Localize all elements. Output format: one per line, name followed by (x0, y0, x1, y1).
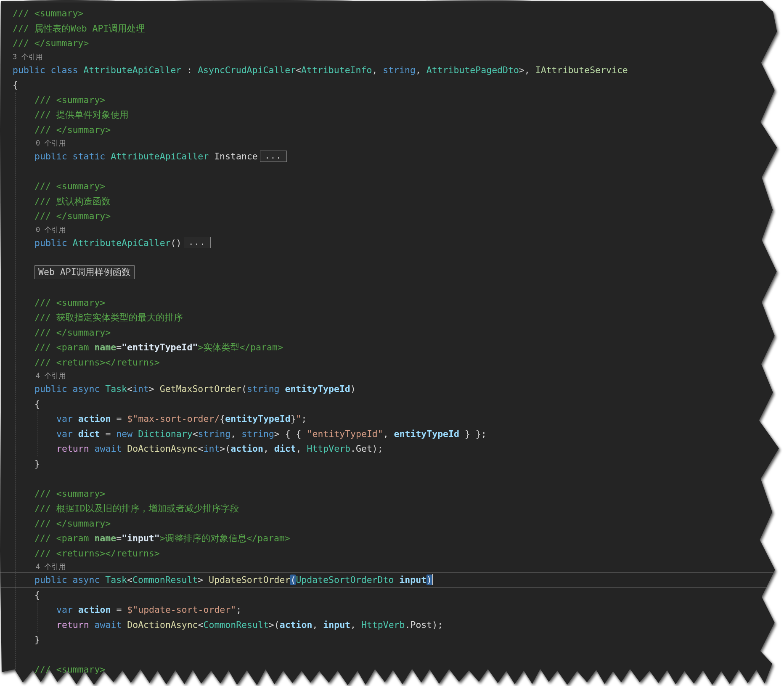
codelens-references-link[interactable]: 0 个引用 (36, 139, 66, 147)
token-ty: Task (105, 575, 127, 585)
token-cm: /// <summary> (34, 181, 105, 191)
codelens-references-link[interactable]: 3 个引用 (13, 53, 42, 61)
code-line[interactable]: /// 根据ID以及旧的排序，增加或者减少排序字段 (0, 501, 784, 516)
code-line[interactable]: var action = $"max-sort-order/{entityTyp… (0, 411, 784, 426)
code-line[interactable]: Web API调用样例函数 (0, 265, 784, 281)
code-lines-container[interactable]: /// <summary>/// 属性表的Web API调用处理/// </su… (0, 0, 784, 677)
torn-screenshot-wrapper: /// <summary>/// 属性表的Web API调用处理/// </su… (0, 0, 784, 686)
token-ty: HttpVerb (307, 443, 350, 454)
token-v: entityTypeId (225, 413, 290, 424)
code-line[interactable]: return await DoActionAsync<int>(action, … (0, 441, 784, 456)
token-pu: < (127, 384, 132, 394)
code-line[interactable]: /// <summary> (0, 486, 784, 501)
code-line[interactable]: var dict = new Dictionary<string, string… (0, 426, 784, 442)
codelens-line[interactable]: 4 个引用 (0, 561, 784, 572)
code-line[interactable]: /// </summary> (0, 325, 784, 340)
code-line[interactable]: public static AttributeApiCaller Instanc… (0, 149, 784, 164)
code-line[interactable]: /// </summary> (0, 209, 784, 224)
code-line[interactable] (0, 250, 784, 265)
token-m: GetMaxSortOrder (160, 384, 241, 394)
token-pu: > { { (274, 429, 307, 439)
code-line[interactable] (0, 164, 784, 179)
codelens-line[interactable]: 0 个引用 (0, 137, 784, 149)
code-line[interactable]: var action = $"update-sort-order"; (0, 602, 784, 617)
token-pu: = (116, 533, 122, 543)
code-line[interactable]: /// <returns></returns> (0, 355, 784, 370)
code-line[interactable]: { (0, 397, 784, 412)
code-line[interactable]: /// <param name="input">调整排序的对象信息</param… (0, 531, 784, 546)
code-line[interactable]: public AttributeApiCaller()... (0, 236, 784, 251)
token-xv: "entityTypeId" (122, 342, 198, 352)
code-line[interactable]: /// </summary> (0, 516, 784, 531)
code-line[interactable]: /// <summary> (0, 295, 784, 310)
code-line[interactable]: /// 属性表的Web API调用处理 (0, 21, 784, 36)
token-pu: < (198, 620, 204, 630)
token-k: async (73, 384, 106, 394)
code-line[interactable]: /// <summary> (0, 662, 784, 677)
code-line[interactable]: { (0, 77, 784, 93)
code-line[interactable]: public async Task<int> GetMaxSortOrder(s… (0, 381, 784, 397)
token-cm: /// 属性表的Web API调用处理 (13, 23, 145, 34)
token-ty: CommonResult (204, 620, 269, 630)
code-line[interactable]: { (0, 588, 784, 603)
token-cm: /// <summary> (34, 488, 105, 499)
token-hlp: ) (426, 575, 432, 585)
collapsed-code-box[interactable]: ... (184, 237, 211, 248)
token-s: $"update-sort-order" (127, 604, 236, 615)
token-cm: >调整排序的对象信息</param> (160, 533, 290, 543)
token-pu: ; (236, 604, 241, 615)
code-editor-panel[interactable]: /// <summary>/// 属性表的Web API调用处理/// </su… (0, 0, 784, 686)
code-line[interactable]: } (0, 456, 784, 471)
code-line[interactable]: public class AttributeApiCaller : AsyncC… (0, 63, 784, 78)
token-k: class (51, 65, 84, 75)
token-ty: AsyncCrudApiCaller (198, 65, 296, 75)
token-ty: CommonResult (132, 575, 198, 585)
code-line[interactable]: /// <param name="entityTypeId">实体类型</par… (0, 340, 784, 355)
token-cm: /// <param (34, 342, 94, 352)
code-line[interactable]: /// 默认构造函数 (0, 194, 784, 209)
collapsed-code-box[interactable]: ... (260, 151, 287, 162)
code-line[interactable] (0, 471, 784, 486)
token-cm: /// <summary> (34, 95, 105, 105)
token-pu: ( (241, 384, 247, 394)
token-xa: name (94, 533, 116, 543)
code-line[interactable]: /// </summary> (0, 122, 784, 138)
token-s: " (296, 413, 302, 424)
code-line[interactable]: /// <summary> (0, 6, 784, 21)
token-w: Instance (209, 151, 258, 162)
token-pu: () (171, 238, 182, 248)
token-if: IAttributeService (535, 65, 628, 75)
codelens-line[interactable]: 3 个引用 (0, 51, 784, 63)
code-line[interactable]: /// <summary> (0, 179, 784, 194)
codelens-line[interactable]: 0 个引用 (0, 224, 784, 236)
token-pu: ); (432, 620, 443, 630)
code-line[interactable]: /// <summary> (0, 93, 784, 108)
token-cm: /// 提供单件对象使用 (34, 109, 129, 120)
indent-guide (37, 602, 37, 632)
code-line[interactable]: /// 获取指定实体类型的最大的排序 (0, 310, 784, 325)
token-k: var (56, 429, 78, 439)
token-s: "entityTypeId" (307, 429, 383, 439)
code-line[interactable]: /// 提供单件对象使用 (0, 107, 784, 122)
code-line[interactable] (0, 280, 784, 295)
token-cm: /// </summary> (34, 327, 111, 338)
token-pu: = (111, 604, 127, 615)
code-line[interactable] (0, 647, 784, 662)
codelens-line[interactable]: 4 个引用 (0, 370, 784, 381)
code-line[interactable]: /// </summary> (0, 36, 784, 51)
token-ty: AttributeApiCaller (111, 151, 209, 162)
codelens-references-link[interactable]: 4 个引用 (36, 371, 66, 380)
token-pu: { (220, 413, 225, 424)
code-line[interactable]: return await DoActionAsync<CommonResult>… (0, 617, 784, 633)
token-w: Post (410, 620, 432, 630)
token-v: dict (274, 443, 296, 454)
codelens-references-link[interactable]: 4 个引用 (36, 562, 66, 571)
code-line[interactable]: } (0, 632, 784, 647)
code-line[interactable]: public async Task<CommonResult> UpdateSo… (0, 572, 784, 588)
code-line[interactable]: /// <returns></returns> (0, 546, 784, 561)
token-v: action (280, 620, 313, 630)
codelens-references-link[interactable]: 0 个引用 (36, 225, 66, 234)
collapsed-region-box[interactable]: Web API调用样例函数 (34, 265, 135, 279)
token-cm: /// </summary> (34, 211, 111, 221)
token-v: input (323, 620, 350, 630)
